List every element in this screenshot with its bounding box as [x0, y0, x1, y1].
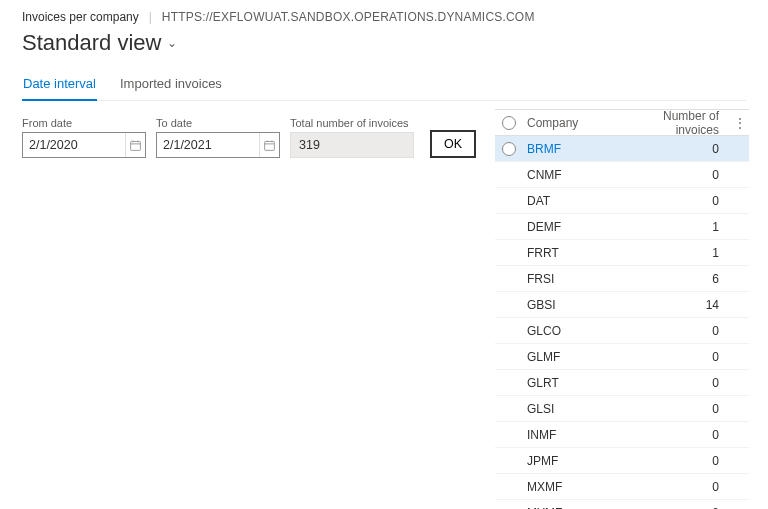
- tab-date-interval[interactable]: Date interval: [22, 70, 97, 101]
- tab-bar: Date intervalImported invoices: [22, 70, 746, 101]
- row-count: 0: [627, 480, 731, 494]
- row-company: GLRT: [523, 376, 627, 390]
- breadcrumb: Invoices per company | HTTPS://EXFLOWUAT…: [22, 10, 746, 24]
- grid-menu-icon[interactable]: ⋮: [731, 116, 749, 130]
- row-count: 14: [627, 298, 731, 312]
- row-count: 6: [627, 272, 731, 286]
- total-label: Total number of invoices: [290, 117, 414, 129]
- row-company: DAT: [523, 194, 627, 208]
- table-row[interactable]: CNMF0: [495, 162, 749, 188]
- grid-header: Company Number of invoices ⋮: [495, 110, 749, 136]
- row-company: DEMF: [523, 220, 627, 234]
- row-company: JPMF: [523, 454, 627, 468]
- row-select[interactable]: [495, 454, 523, 468]
- ok-button[interactable]: OK: [430, 130, 476, 158]
- row-company: FRRT: [523, 246, 627, 260]
- row-company: GBSI: [523, 298, 627, 312]
- to-date-field: To date: [156, 117, 280, 158]
- table-row[interactable]: GBSI14: [495, 292, 749, 318]
- table-row[interactable]: FRSI6: [495, 266, 749, 292]
- view-title-text: Standard view: [22, 30, 161, 56]
- calendar-icon[interactable]: [259, 133, 279, 157]
- row-select[interactable]: [495, 142, 523, 156]
- row-count: 1: [627, 220, 731, 234]
- row-select[interactable]: [495, 376, 523, 390]
- row-company: GLMF: [523, 350, 627, 364]
- from-date-wrap[interactable]: [22, 132, 146, 158]
- table-row[interactable]: GLCO0: [495, 318, 749, 344]
- total-value: 319: [290, 132, 414, 158]
- table-row[interactable]: GLSI0: [495, 396, 749, 422]
- row-select[interactable]: [495, 402, 523, 416]
- grid-body[interactable]: BRMF0CNMF0DAT0DEMF1FRRT1FRSI6GBSI14GLCO0…: [495, 136, 749, 509]
- row-count: 0: [627, 168, 731, 182]
- total-field: Total number of invoices 319: [290, 117, 414, 158]
- row-count: 0: [627, 454, 731, 468]
- row-company: FRSI: [523, 272, 627, 286]
- row-count: 0: [627, 402, 731, 416]
- svg-rect-0: [131, 141, 141, 150]
- table-row[interactable]: JPMF0: [495, 448, 749, 474]
- row-select[interactable]: [495, 298, 523, 312]
- calendar-icon[interactable]: [125, 133, 145, 157]
- select-all-radio[interactable]: [495, 116, 523, 130]
- row-count: 0: [627, 142, 731, 156]
- row-select[interactable]: [495, 480, 523, 494]
- company-grid: Company Number of invoices ⋮ BRMF0CNMF0D…: [495, 109, 749, 509]
- row-select[interactable]: [495, 272, 523, 286]
- row-company: GLSI: [523, 402, 627, 416]
- col-header-company[interactable]: Company: [523, 116, 627, 130]
- row-company: BRMF: [523, 142, 627, 156]
- row-select[interactable]: [495, 220, 523, 234]
- row-count: 1: [627, 246, 731, 260]
- col-header-count[interactable]: Number of invoices: [627, 109, 731, 137]
- from-date-input[interactable]: [23, 133, 125, 157]
- row-count: 0: [627, 376, 731, 390]
- table-row[interactable]: FRRT1: [495, 240, 749, 266]
- table-row[interactable]: MYMF0: [495, 500, 749, 509]
- table-row[interactable]: GLRT0: [495, 370, 749, 396]
- breadcrumb-separator: |: [149, 10, 152, 24]
- svg-rect-1: [265, 141, 275, 150]
- row-select[interactable]: [495, 324, 523, 338]
- table-row[interactable]: GLMF0: [495, 344, 749, 370]
- table-row[interactable]: BRMF0: [495, 136, 749, 162]
- row-company: MYMF: [523, 506, 627, 510]
- chevron-down-icon: ⌄: [167, 36, 177, 50]
- row-company: INMF: [523, 428, 627, 442]
- row-select[interactable]: [495, 428, 523, 442]
- row-select[interactable]: [495, 350, 523, 364]
- row-company: MXMF: [523, 480, 627, 494]
- row-select[interactable]: [495, 168, 523, 182]
- row-count: 0: [627, 194, 731, 208]
- row-company: CNMF: [523, 168, 627, 182]
- row-count: 0: [627, 506, 731, 510]
- to-date-wrap[interactable]: [156, 132, 280, 158]
- table-row[interactable]: DAT0: [495, 188, 749, 214]
- table-row[interactable]: DEMF1: [495, 214, 749, 240]
- to-date-input[interactable]: [157, 133, 259, 157]
- row-company: GLCO: [523, 324, 627, 338]
- from-date-field: From date: [22, 117, 146, 158]
- table-row[interactable]: MXMF0: [495, 474, 749, 500]
- row-count: 0: [627, 350, 731, 364]
- from-date-label: From date: [22, 117, 146, 129]
- breadcrumb-url: HTTPS://EXFLOWUAT.SANDBOX.OPERATIONS.DYN…: [162, 10, 535, 24]
- view-title[interactable]: Standard view ⌄: [22, 30, 746, 56]
- row-select[interactable]: [495, 246, 523, 260]
- tab-imported-invoices[interactable]: Imported invoices: [119, 70, 223, 101]
- to-date-label: To date: [156, 117, 280, 129]
- breadcrumb-title: Invoices per company: [22, 10, 139, 24]
- row-count: 0: [627, 324, 731, 338]
- table-row[interactable]: INMF0: [495, 422, 749, 448]
- row-count: 0: [627, 428, 731, 442]
- row-select[interactable]: [495, 506, 523, 510]
- row-select[interactable]: [495, 194, 523, 208]
